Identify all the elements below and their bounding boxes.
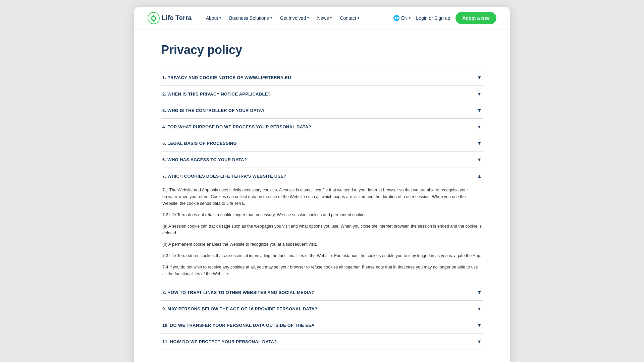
accordion-header[interactable]: 3. WHO IS THE CONTROLLER OF YOUR DATA?▼ — [161, 102, 483, 118]
accordion-header[interactable]: 6. WHO HAS ACCESS TO YOUR DATA?▼ — [161, 152, 483, 168]
accordion-item: 3. WHO IS THE CONTROLLER OF YOUR DATA?▼ — [161, 102, 483, 118]
accordion-item: 4. FOR WHAT PURPOSE DO WE PROCESS YOUR P… — [161, 118, 483, 135]
accordion-expand-icon: ▼ — [477, 322, 482, 328]
accordion-paragraph: 7.2 Life Terra does not retain a cookie … — [162, 212, 482, 218]
browser-window: Life Terra About ▾ Business Solutions ▾ … — [134, 7, 510, 362]
accordion-expand-icon: ▼ — [477, 157, 482, 162]
accordion-collapse-icon: ▲ — [477, 173, 482, 179]
accordion-expand-icon: ▼ — [477, 75, 482, 80]
contact-chevron-icon: ▾ — [358, 16, 359, 20]
accordion-header[interactable]: 2. WHEN IS THIS PRIVACY NOTICE APPLICABL… — [161, 86, 483, 102]
accordion-item: 5. LEGAL BASIS OF PROCESSING▼ — [161, 135, 483, 151]
accordion-item: 11. HOW DO WE PROTECT YOUR PERSONAL DATA… — [161, 333, 483, 350]
accordion-header[interactable]: 9. MAY PERSONS BELOW THE AGE OF 16 PROVI… — [161, 301, 483, 317]
accordion-paragraph: 7.4 If you do not wish to receive any co… — [162, 264, 482, 277]
accordion-heading-text: 2. WHEN IS THIS PRIVACY NOTICE APPLICABL… — [162, 92, 271, 97]
accordion-expand-icon: ▼ — [477, 339, 482, 344]
accordion-heading-text: 7. WHICH COOKIES DOES LIFE TERRA'S WEBSI… — [162, 174, 286, 179]
accordion-item: 6. WHO HAS ACCESS TO YOUR DATA?▼ — [161, 151, 483, 168]
accordion-body: 7.1 The Website and App only uses strict… — [161, 184, 483, 284]
language-selector[interactable]: 🌐 EN ▾ — [393, 15, 411, 21]
login-link[interactable]: Login or Sign up — [416, 15, 450, 21]
accordion-paragraph: 7.3 Life Terra stores cookies that are e… — [162, 252, 482, 259]
accordion-expand-icon: ▼ — [477, 91, 482, 97]
accordion-heading-text: 3. WHO IS THE CONTROLLER OF YOUR DATA? — [162, 108, 265, 113]
accordion-heading-text: 11. HOW DO WE PROTECT YOUR PERSONAL DATA… — [162, 339, 277, 344]
accordion-expand-icon: ▼ — [477, 124, 482, 129]
about-chevron-icon: ▾ — [219, 16, 221, 20]
accordion-header[interactable]: 11. HOW DO WE PROTECT YOUR PERSONAL DATA… — [161, 334, 483, 350]
page-title: Privacy policy — [161, 43, 483, 57]
accordion-heading-text: 10. DO WE TRANSFER YOUR PERSONAL DATA OU… — [162, 323, 315, 328]
logo[interactable]: Life Terra — [148, 12, 192, 24]
accordion-header[interactable]: 10. DO WE TRANSFER YOUR PERSONAL DATA OU… — [161, 317, 483, 333]
accordion-paragraph: (b) A permanent cookie enables the Websi… — [162, 241, 482, 248]
accordion-heading-text: 8. HOW TO TREAT LINKS TO OTHER WEBSITES … — [162, 290, 314, 295]
logo-name: Life Terra — [162, 14, 192, 22]
news-chevron-icon: ▾ — [330, 16, 332, 20]
accordion-heading-text: 6. WHO HAS ACCESS TO YOUR DATA? — [162, 157, 247, 162]
accordion-header[interactable]: 4. FOR WHAT PURPOSE DO WE PROCESS YOUR P… — [161, 119, 483, 135]
globe-icon: 🌐 — [393, 15, 400, 21]
accordion-header[interactable]: 8. HOW TO TREAT LINKS TO OTHER WEBSITES … — [161, 284, 483, 300]
accordion-heading-text: 5. LEGAL BASIS OF PROCESSING — [162, 141, 237, 146]
accordion-item: 8. HOW TO TREAT LINKS TO OTHER WEBSITES … — [161, 284, 483, 300]
accordion-heading-text: 9. MAY PERSONS BELOW THE AGE OF 16 PROVI… — [162, 306, 317, 311]
accordion-paragraph: 7.1 The Website and App only uses strict… — [162, 187, 482, 207]
accordion-item: 1. PRIVACY AND COOKIE NOTICE OF www.life… — [161, 69, 483, 85]
nav-get-involved[interactable]: Get involved ▾ — [277, 13, 313, 23]
adopt-tree-button[interactable]: Adopt a tree — [455, 12, 496, 24]
nav-right: 🌐 EN ▾ Login or Sign up Adopt a tree — [393, 12, 496, 24]
nav-news[interactable]: News ▾ — [314, 13, 335, 23]
nav-about[interactable]: About ▾ — [203, 13, 225, 23]
accordion-item: 10. DO WE TRANSFER YOUR PERSONAL DATA OU… — [161, 317, 483, 333]
business-chevron-icon: ▾ — [270, 16, 272, 20]
accordion-header[interactable]: 1. PRIVACY AND COOKIE NOTICE OF www.life… — [161, 69, 483, 85]
accordion-expand-icon: ▼ — [477, 306, 482, 311]
logo-icon — [148, 12, 160, 24]
accordion-paragraph: (a) A session cookie can track usage suc… — [162, 223, 482, 236]
accordion-header[interactable]: 7. WHICH COOKIES DOES LIFE TERRA'S WEBSI… — [161, 168, 483, 184]
navbar: Life Terra About ▾ Business Solutions ▾ … — [134, 7, 510, 29]
accordion-item: 9. MAY PERSONS BELOW THE AGE OF 16 PROVI… — [161, 300, 483, 317]
accordion-expand-icon: ▼ — [477, 290, 482, 295]
accordion-expand-icon: ▼ — [477, 140, 482, 146]
nav-links: About ▾ Business Solutions ▾ Get involve… — [203, 13, 393, 23]
accordion-expand-icon: ▼ — [477, 108, 482, 113]
accordion-item: 2. WHEN IS THIS PRIVACY NOTICE APPLICABL… — [161, 85, 483, 102]
nav-business-solutions[interactable]: Business Solutions ▾ — [226, 13, 275, 23]
get-involved-chevron-icon: ▾ — [307, 16, 309, 20]
accordion-header[interactable]: 5. LEGAL BASIS OF PROCESSING▼ — [161, 135, 483, 151]
accordion-heading-text: 4. FOR WHAT PURPOSE DO WE PROCESS YOUR P… — [162, 124, 311, 129]
page-content: Privacy policy 1. PRIVACY AND COOKIE NOT… — [134, 29, 510, 362]
accordion-heading-text: 1. PRIVACY AND COOKIE NOTICE OF www.life… — [162, 75, 291, 80]
accordion-item: 7. WHICH COOKIES DOES LIFE TERRA'S WEBSI… — [161, 168, 483, 284]
accordion: 1. PRIVACY AND COOKIE NOTICE OF www.life… — [161, 69, 483, 350]
lang-chevron-icon: ▾ — [409, 16, 411, 20]
svg-point-1 — [152, 17, 155, 20]
nav-contact[interactable]: Contact ▾ — [336, 13, 362, 23]
